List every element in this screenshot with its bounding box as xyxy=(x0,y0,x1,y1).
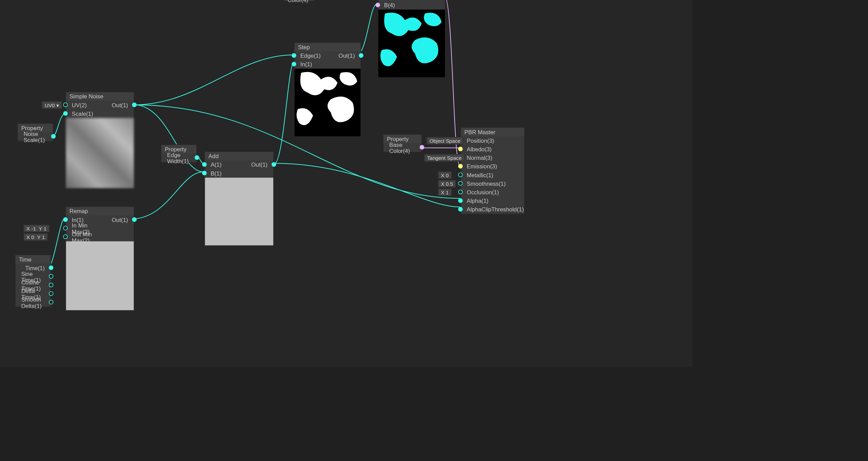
input-port-icon[interactable] xyxy=(458,207,463,211)
node-title: Step xyxy=(295,43,361,51)
port-out: Out(1) xyxy=(112,102,128,108)
node-preview xyxy=(66,241,134,310)
input-port-icon[interactable] xyxy=(63,111,68,115)
output-port-icon[interactable] xyxy=(51,134,56,139)
node-preview xyxy=(205,178,273,245)
port-in-occlusion: Occlusion(1) xyxy=(467,189,499,195)
node-multiply[interactable]: Multiply A(4) B(4) Out(4) xyxy=(378,0,445,78)
uv-dropdown[interactable]: UV0 ▾ xyxy=(42,101,62,109)
node-title: PBR Master xyxy=(461,128,524,136)
output-port-icon[interactable] xyxy=(49,291,53,296)
output-port-icon[interactable] xyxy=(132,102,136,107)
port-out-smoothdelta: Smooth Delta(1) xyxy=(21,296,45,309)
input-port-icon[interactable] xyxy=(291,53,296,58)
port-in-edge: Edge(1) xyxy=(300,53,321,59)
node-title: Add xyxy=(205,152,273,160)
node-preview xyxy=(378,10,445,77)
graph-canvas[interactable]: Dissolve + Shader Graphs ▾ Base Color Co… xyxy=(0,0,692,367)
node-property-edge-width[interactable]: Property Edge Width(1) xyxy=(161,144,197,163)
port-in-normal: Normal(3) xyxy=(467,155,492,161)
port-in-b: B(1) xyxy=(211,170,222,176)
output-port-icon[interactable] xyxy=(49,265,53,270)
node-property-base-color[interactable]: Property Base Color(4) xyxy=(383,134,422,153)
output-port-icon[interactable] xyxy=(420,145,424,150)
space-dropdown[interactable]: Object Space xyxy=(426,137,463,144)
output-port-icon[interactable] xyxy=(272,162,276,167)
node-simple-noise[interactable]: Simple Noise UV0 ▾ UV(2) Scale(1) Out(1) xyxy=(66,92,135,188)
port-out: Out(1) xyxy=(339,53,355,59)
input-port-icon[interactable] xyxy=(458,198,463,203)
node-title: Simple Noise xyxy=(66,92,134,101)
port-in-scale: Scale(1) xyxy=(72,111,93,117)
input-port-icon[interactable] xyxy=(458,147,463,151)
node-property-noise-scale[interactable]: Property Noise Scale(1) xyxy=(17,123,53,142)
node-property-edge-color[interactable]: Property Edge Color(4) xyxy=(284,0,315,2)
port-in-position: Position(3) xyxy=(467,138,494,144)
node-title: Remap xyxy=(66,207,134,215)
space-dropdown[interactable]: Tangent Space xyxy=(424,154,465,162)
input-port-icon[interactable] xyxy=(458,181,463,185)
input-port-icon[interactable] xyxy=(376,3,380,7)
node-remap[interactable]: Remap In(1) X -1 Y 1 In Min Max(2) X 0 Y xyxy=(66,206,135,311)
node-preview xyxy=(295,69,361,136)
port-out-minmax: Out Min Max(2) xyxy=(72,231,94,243)
port-out: Out(1) xyxy=(112,217,128,223)
node-preview xyxy=(66,118,134,188)
input-port-icon[interactable] xyxy=(202,171,206,175)
port-out-edge-color: Edge Color(4) xyxy=(287,0,308,3)
port-in-b: B(4) xyxy=(384,2,395,8)
input-port-icon[interactable] xyxy=(63,226,68,230)
node-add[interactable]: Add A(1) B(1) Out(1) xyxy=(204,151,274,246)
input-port-icon[interactable] xyxy=(63,217,68,222)
output-port-icon[interactable] xyxy=(359,53,363,58)
port-in-smoothness: Smoothness(1) xyxy=(467,181,506,187)
node-pbr-master[interactable]: PBR Master Object Space Position(3) Albe… xyxy=(460,127,525,214)
port-in-alphaclip: AlphaClipThreshold(1) xyxy=(467,206,524,212)
input-port-icon[interactable] xyxy=(458,164,463,168)
input-port-icon[interactable] xyxy=(63,235,68,239)
node-step[interactable]: Step Edge(1) In(1) Out(1) xyxy=(294,42,361,137)
output-port-icon[interactable] xyxy=(132,217,136,222)
node-title: Time xyxy=(15,255,50,264)
input-port-icon[interactable] xyxy=(458,172,463,177)
output-port-icon[interactable] xyxy=(49,274,53,279)
port-in-a: A(1) xyxy=(211,162,222,168)
port-in-albedo: Albedo(3) xyxy=(467,146,492,152)
port-out: Out(1) xyxy=(251,162,268,168)
node-time[interactable]: Time Time(1) Sine Time(1) Cosine Time(1)… xyxy=(15,254,51,307)
port-in-in: In(1) xyxy=(300,61,312,67)
input-port-icon[interactable] xyxy=(202,162,206,167)
port-in-emission: Emission(3) xyxy=(467,163,497,169)
port-out-edge-width: Edge Width(1) xyxy=(167,152,191,164)
input-port-icon[interactable] xyxy=(458,190,463,194)
port-out-noise-scale: Noise Scale(1) xyxy=(24,130,47,143)
input-port-icon[interactable] xyxy=(291,62,296,66)
port-in-metallic: Metallic(1) xyxy=(467,172,493,178)
output-port-icon[interactable] xyxy=(49,300,53,304)
port-out-base-color: Base Color(4) xyxy=(389,141,416,154)
input-port-icon[interactable] xyxy=(63,102,68,107)
port-in-uv: UV(2) xyxy=(72,102,87,108)
output-port-icon[interactable] xyxy=(49,283,53,287)
output-port-icon[interactable] xyxy=(195,155,199,160)
port-in-alpha: Alpha(1) xyxy=(467,198,489,204)
